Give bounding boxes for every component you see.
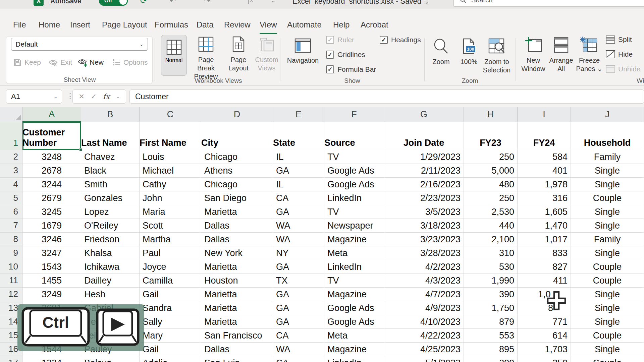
cell-G3[interactable]: 2/11/2023 — [384, 164, 464, 178]
cell-D17[interactable]: San Luis — [201, 356, 273, 362]
cell-C17[interactable]: Adelia — [140, 356, 201, 362]
tab-review[interactable]: Review — [224, 20, 251, 33]
cell-F7[interactable]: Newspaper — [324, 219, 384, 233]
select-all-corner[interactable] — [0, 107, 22, 122]
cell-A11[interactable]: 1455 — [22, 274, 81, 288]
cell-I15[interactable]: 614 — [518, 329, 571, 343]
cell-J13[interactable]: Single — [571, 301, 644, 315]
search-box[interactable]: Search — [453, 0, 644, 7]
cell-I5[interactable]: 316 — [518, 191, 571, 205]
cell-G9[interactable]: 3/28/2023 — [384, 246, 464, 260]
cell-I9[interactable]: 833 — [518, 246, 571, 260]
undo-icon[interactable]: ↶ — [169, 0, 176, 5]
cell-F5[interactable]: LinkedIn — [324, 191, 384, 205]
cell-J16[interactable]: Single — [571, 343, 644, 356]
cell-B10[interactable]: Ichikawa — [81, 260, 140, 274]
cell-G8[interactable]: 3/23/2023 — [384, 233, 464, 246]
tab-file[interactable]: File — [13, 20, 26, 33]
cell-H9[interactable]: 310 — [464, 246, 518, 260]
cell-B8[interactable]: Friedson — [81, 233, 140, 246]
cell-F17[interactable]: LinkedIn — [324, 356, 384, 362]
cell-I2[interactable]: 584 — [518, 150, 571, 164]
cell-I1[interactable]: FY24 — [518, 122, 571, 150]
column-header-H[interactable]: H — [464, 107, 518, 122]
cell-J7[interactable]: Single — [571, 219, 644, 233]
cell-D10[interactable]: Marietta — [201, 260, 273, 274]
tab-acrobat[interactable]: Acrobat — [361, 20, 388, 33]
redo-icon[interactable]: ↷ — [204, 0, 211, 5]
cell-H8[interactable]: 2,100 — [464, 233, 518, 246]
cell-H1[interactable]: FY23 — [464, 122, 518, 150]
cell-F3[interactable]: Google Ads — [324, 164, 384, 178]
cell-E14[interactable]: GA — [273, 315, 324, 329]
zoom-100-button[interactable]: 100 100% — [457, 38, 481, 66]
cell-E5[interactable]: CA — [273, 191, 324, 205]
cell-I11[interactable]: 411 — [518, 274, 571, 288]
cell-H10[interactable]: 530 — [464, 260, 518, 274]
cell-A17[interactable]: 1324 — [22, 356, 81, 362]
cell-G11[interactable]: 4/3/2023 — [384, 274, 464, 288]
tab-home[interactable]: Home — [39, 20, 60, 33]
cell-H12[interactable]: 390 — [464, 288, 518, 301]
cell-H4[interactable]: 480 — [464, 178, 518, 191]
cell-F4[interactable]: Google Ads — [324, 178, 384, 191]
row-header-17[interactable]: 17 — [0, 356, 22, 362]
cell-D7[interactable]: Dallas — [201, 219, 273, 233]
zoom-to-selection-button[interactable]: Zoom to Selection — [481, 38, 513, 74]
cell-B7[interactable]: O'Reiley — [81, 219, 140, 233]
cell-G5[interactable]: 2/23/2023 — [384, 191, 464, 205]
chevron-down-icon[interactable]: ⌄ — [116, 94, 120, 99]
cell-J14[interactable]: Single — [571, 315, 644, 329]
cell-F10[interactable]: LinkedIn — [324, 260, 384, 274]
cell-E7[interactable]: WA — [273, 219, 324, 233]
cell-I6[interactable]: 1,605 — [518, 205, 571, 219]
cell-D6[interactable]: Marietta — [201, 205, 273, 219]
navigation-button[interactable]: Navigation — [284, 38, 321, 65]
cell-G14[interactable]: 4/10/2023 — [384, 315, 464, 329]
autosave-toggle[interactable]: On — [99, 0, 128, 6]
cell-J9[interactable]: Single — [571, 246, 644, 260]
fill-handle[interactable] — [79, 148, 83, 152]
cell-E10[interactable]: GA — [273, 260, 324, 274]
cell-E11[interactable]: TX — [273, 274, 324, 288]
cell-I17[interactable]: 250 — [518, 356, 571, 362]
cell-F6[interactable]: TV — [324, 205, 384, 219]
cell-B6[interactable]: Lopez — [81, 205, 140, 219]
cell-E6[interactable]: GA — [273, 205, 324, 219]
cell-A10[interactable]: 1543 — [22, 260, 81, 274]
cell-G10[interactable]: 4/2/2023 — [384, 260, 464, 274]
cell-G17[interactable]: 5/1/2023 — [384, 356, 464, 362]
cell-B1[interactable]: Last Name — [81, 122, 140, 150]
cell-C15[interactable]: Mary — [140, 329, 201, 343]
cell-J12[interactable]: Single — [571, 288, 644, 301]
cell-G13[interactable]: 4/9/2023 — [384, 301, 464, 315]
cell-D5[interactable]: San Diego — [201, 191, 273, 205]
cancel-icon[interactable]: ✕ — [78, 93, 85, 101]
cell-D9[interactable]: New York — [201, 246, 273, 260]
cell-D12[interactable]: Marietta — [201, 288, 273, 301]
cell-J11[interactable]: Couple — [571, 274, 644, 288]
name-box[interactable]: A1 ⌄ — [6, 89, 62, 104]
cell-E17[interactable]: CA — [273, 356, 324, 362]
cell-I10[interactable]: 827 — [518, 260, 571, 274]
cell-G2[interactable]: 1/29/2023 — [384, 150, 464, 164]
cell-A2[interactable]: 3248 — [22, 150, 81, 164]
cell-H17[interactable]: 200 — [464, 356, 518, 362]
cell-A1[interactable]: Customer Number — [22, 122, 81, 150]
cell-A7[interactable]: 1679 — [22, 219, 81, 233]
cell-G15[interactable]: 4/22/2023 — [384, 329, 464, 343]
row-header-2[interactable]: 2 — [0, 150, 22, 164]
cell-I7[interactable]: 1,470 — [518, 219, 571, 233]
row-header-11[interactable]: 11 — [0, 274, 22, 288]
cell-C11[interactable]: Camilla — [140, 274, 201, 288]
cell-E13[interactable]: GA — [273, 301, 324, 315]
cell-G6[interactable]: 3/5/2023 — [384, 205, 464, 219]
cell-H13[interactable]: 1,750 — [464, 301, 518, 315]
cell-C5[interactable]: John — [140, 191, 201, 205]
column-header-I[interactable]: I — [518, 107, 571, 122]
row-header-9[interactable]: 9 — [0, 246, 22, 260]
cell-G1[interactable]: Join Date — [384, 122, 464, 150]
checkbox-gridlines[interactable]: ✓ Gridlines — [326, 50, 365, 59]
zoom-button[interactable]: Zoom — [428, 38, 454, 66]
cell-C6[interactable]: Maria — [140, 205, 201, 219]
